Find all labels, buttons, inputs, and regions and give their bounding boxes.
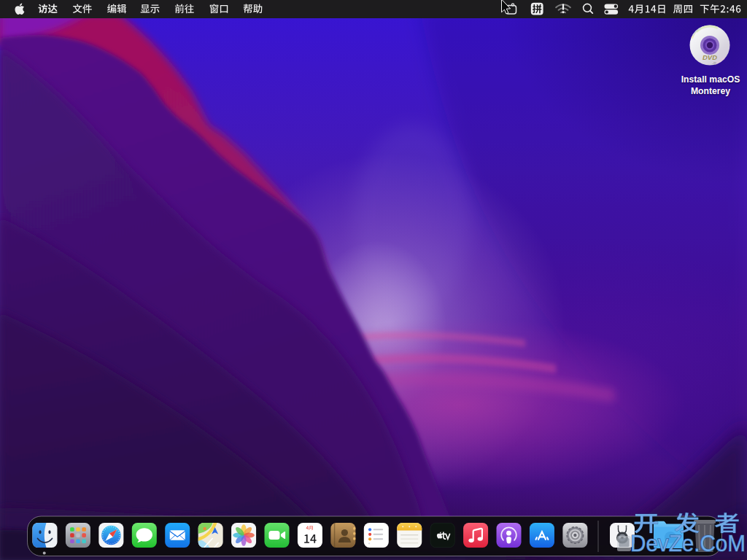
- svg-text:Monterey: Monterey: [691, 86, 730, 96]
- svg-text:Install macOS: Install macOS: [681, 74, 740, 85]
- svg-text:DVD: DVD: [703, 53, 717, 61]
- svg-text:DevZe.CoM: DevZe.CoM: [630, 531, 746, 556]
- svg-text:-R: -R: [712, 61, 716, 66]
